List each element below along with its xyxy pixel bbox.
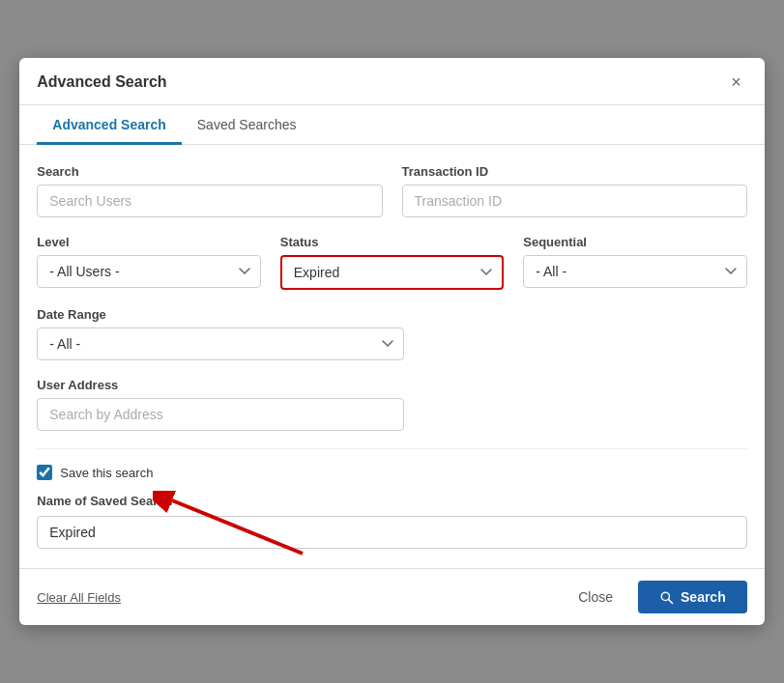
search-input[interactable] xyxy=(37,185,382,217)
search-label: Search xyxy=(37,164,382,179)
saved-search-name-label: Name of Saved Search xyxy=(37,494,746,508)
date-range-select[interactable]: - All - Today Last 7 Days Last 30 Days C… xyxy=(37,327,404,360)
advanced-search-modal: Advanced Search × Advanced Search Saved … xyxy=(19,58,764,625)
row-search-transaction: Search Transaction ID xyxy=(37,164,746,217)
transaction-id-group: Transaction ID xyxy=(402,164,747,217)
status-group: Status - All - Active Expired Pending xyxy=(280,235,504,290)
row-level-status-sequential: Level - All Users - Admin Member Guest S… xyxy=(37,235,746,290)
svg-line-3 xyxy=(668,599,672,603)
saved-search-name-container: Name of Saved Search xyxy=(37,494,746,549)
modal-backdrop: Advanced Search × Advanced Search Saved … xyxy=(0,0,784,683)
sequential-label: Sequential xyxy=(523,235,746,249)
transaction-id-label: Transaction ID xyxy=(402,164,747,179)
status-label: Status xyxy=(280,235,504,249)
status-select[interactable]: - All - Active Expired Pending xyxy=(280,255,504,290)
clear-all-fields-button[interactable]: Clear All Fields xyxy=(37,590,121,605)
close-button[interactable]: Close xyxy=(565,582,626,612)
modal-close-button[interactable]: × xyxy=(725,71,747,93)
save-search-label[interactable]: Save this search xyxy=(60,466,153,480)
user-address-group: User Address xyxy=(37,378,404,431)
tab-advanced-search[interactable]: Advanced Search xyxy=(37,105,182,145)
search-button[interactable]: Search xyxy=(638,581,747,613)
date-range-label: Date Range xyxy=(37,307,404,322)
user-address-label: User Address xyxy=(37,378,404,392)
sequential-select[interactable]: - All - Yes No xyxy=(523,255,746,288)
save-search-checkbox[interactable] xyxy=(37,465,52,480)
modal-footer: Clear All Fields Close Search xyxy=(19,568,764,625)
date-range-group: Date Range - All - Today Last 7 Days Las… xyxy=(37,307,404,360)
user-address-input[interactable] xyxy=(37,398,404,431)
saved-search-name-input[interactable] xyxy=(37,516,746,549)
level-label: Level xyxy=(37,235,260,249)
transaction-id-input[interactable] xyxy=(402,185,747,217)
level-group: Level - All Users - Admin Member Guest xyxy=(37,235,260,290)
row-date-range: Date Range - All - Today Last 7 Days Las… xyxy=(37,307,746,360)
search-icon xyxy=(659,590,674,605)
level-select[interactable]: - All Users - Admin Member Guest xyxy=(37,255,260,288)
tabs-container: Advanced Search Saved Searches xyxy=(19,105,764,145)
modal-body: Search Transaction ID Level - All Users … xyxy=(19,145,764,568)
sequential-group: Sequential - All - Yes No xyxy=(523,235,746,290)
modal-title: Advanced Search xyxy=(37,73,166,91)
modal-header: Advanced Search × xyxy=(19,58,764,105)
tab-saved-searches[interactable]: Saved Searches xyxy=(182,105,312,145)
save-search-row: Save this search xyxy=(37,465,746,480)
search-group: Search xyxy=(37,164,382,217)
divider xyxy=(37,448,746,449)
footer-right: Close Search xyxy=(565,581,747,613)
row-user-address: User Address xyxy=(37,378,746,431)
